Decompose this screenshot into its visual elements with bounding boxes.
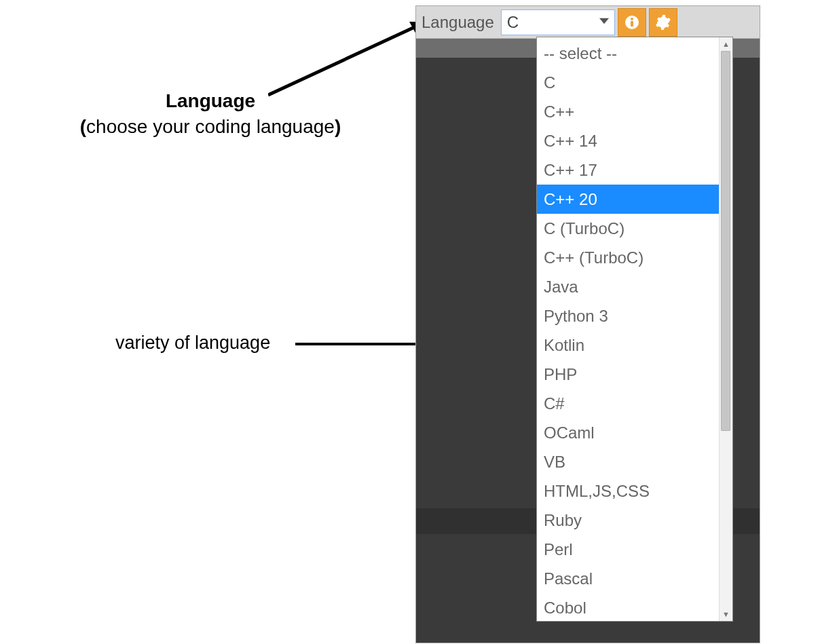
language-select[interactable]: C bbox=[501, 10, 615, 35]
svg-rect-8 bbox=[631, 21, 633, 26]
info-icon bbox=[624, 14, 640, 31]
language-dropdown[interactable]: -- select --CC++C++ 14C++ 17C++ 20C (Tur… bbox=[536, 37, 733, 622]
dropdown-item[interactable]: OCaml bbox=[537, 418, 719, 447]
scrollbar[interactable]: ▲ ▼ bbox=[719, 37, 732, 621]
dropdown-item[interactable]: C++ 20 bbox=[537, 185, 719, 214]
dropdown-item[interactable]: C++ 14 bbox=[537, 126, 719, 155]
dropdown-list: -- select --CC++C++ 14C++ 17C++ 20C (Tur… bbox=[537, 37, 719, 621]
scroll-up-arrow[interactable]: ▲ bbox=[720, 37, 732, 51]
dropdown-item[interactable]: HTML,JS,CSS bbox=[537, 476, 719, 506]
dropdown-item[interactable]: Java bbox=[537, 272, 719, 301]
dropdown-item[interactable]: Pascal bbox=[537, 564, 719, 593]
annotation-language: Language (choose your coding language) bbox=[61, 88, 360, 140]
dropdown-item[interactable]: C++ (TurboC) bbox=[537, 243, 719, 272]
dropdown-item[interactable]: -- select -- bbox=[537, 39, 719, 68]
svg-point-7 bbox=[631, 18, 633, 20]
dropdown-item[interactable]: Perl bbox=[537, 535, 719, 564]
dropdown-item[interactable]: C bbox=[537, 68, 719, 97]
scroll-thumb[interactable] bbox=[721, 51, 730, 431]
annotation-language-subtitle-inner: choose your coding language bbox=[86, 116, 335, 137]
svg-marker-5 bbox=[599, 18, 609, 24]
dropdown-item[interactable]: Kotlin bbox=[537, 330, 719, 360]
dropdown-item[interactable]: C++ bbox=[537, 97, 719, 126]
dropdown-item[interactable]: Python 3 bbox=[537, 301, 719, 330]
scroll-down-arrow[interactable]: ▼ bbox=[720, 607, 732, 621]
dropdown-item[interactable]: C++ 17 bbox=[537, 155, 719, 185]
dropdown-item[interactable]: C (TurboC) bbox=[537, 214, 719, 243]
dropdown-item[interactable]: Ruby bbox=[537, 506, 719, 535]
dropdown-item[interactable]: Cobol bbox=[537, 593, 719, 621]
settings-button[interactable] bbox=[649, 8, 677, 37]
chevron-down-icon bbox=[599, 15, 609, 29]
info-button[interactable] bbox=[618, 8, 646, 37]
annotation-language-title: Language bbox=[166, 90, 255, 111]
dropdown-item[interactable]: PHP bbox=[537, 360, 719, 389]
toolbar: Language C bbox=[416, 6, 760, 39]
gear-icon bbox=[655, 14, 671, 31]
annotation-variety: variety of language bbox=[115, 333, 270, 354]
dropdown-item[interactable]: C# bbox=[537, 389, 719, 418]
language-label: Language bbox=[420, 13, 498, 32]
svg-line-0 bbox=[268, 26, 417, 95]
language-select-value: C bbox=[507, 13, 519, 32]
dropdown-item[interactable]: VB bbox=[537, 447, 719, 476]
